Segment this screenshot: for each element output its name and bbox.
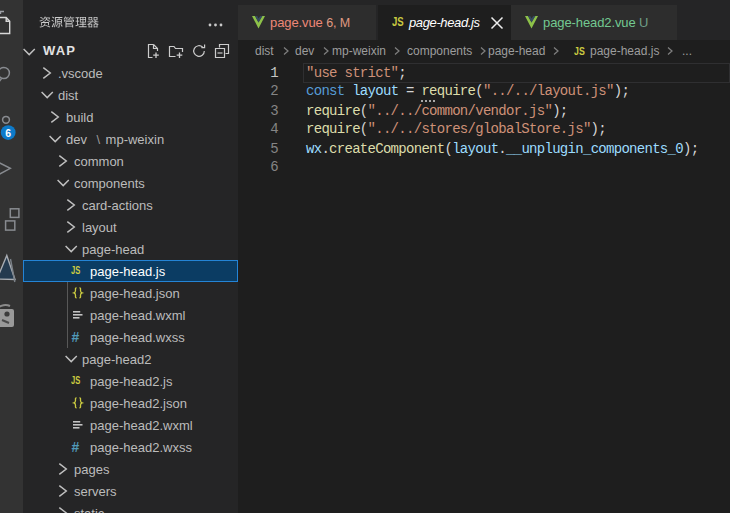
- svg-text:6: 6: [5, 127, 11, 139]
